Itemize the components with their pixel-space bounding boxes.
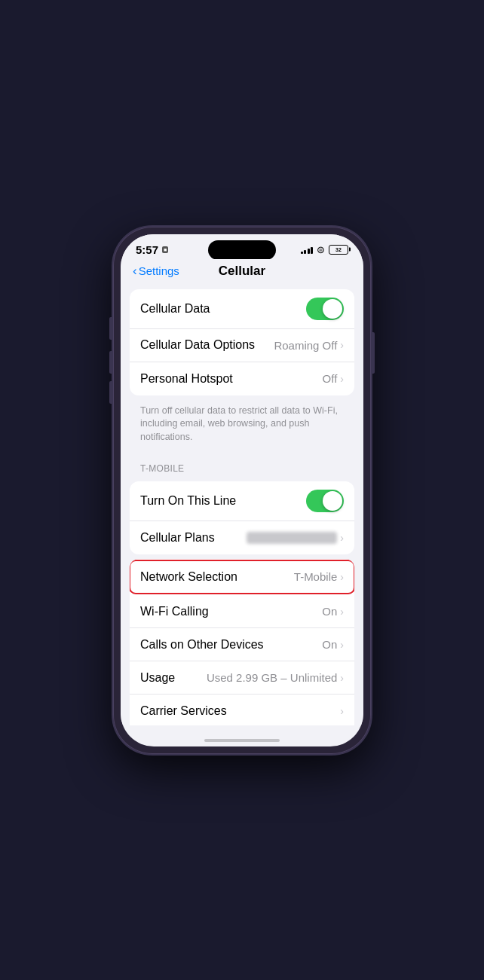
toggle-thumb-2 xyxy=(323,491,342,511)
calls-other-devices-value: On xyxy=(322,638,337,651)
phone-frame: 5:57 ■ ⊜ 32 ‹ Settings xyxy=(113,227,371,754)
personal-hotspot-value: Off xyxy=(323,372,338,385)
network-selection-row[interactable]: Network Selection T-Mobile › xyxy=(130,560,354,594)
cellular-data-options-row[interactable]: Cellular Data Options Roaming Off › xyxy=(130,329,354,362)
phone-screen: 5:57 ■ ⊜ 32 ‹ Settings xyxy=(121,234,363,746)
nav-bar: ‹ Settings Cellular xyxy=(121,259,363,285)
chevron-right-icon: › xyxy=(340,339,344,351)
cellular-data-footer: Turn off cellular data to restrict all d… xyxy=(121,400,363,450)
calls-other-devices-label: Calls on Other Devices xyxy=(140,638,264,652)
cellular-data-options-value: Roaming Off xyxy=(274,339,337,352)
status-icon: ■ xyxy=(162,246,168,253)
cellular-data-label: Cellular Data xyxy=(140,302,210,316)
wifi-icon: ⊜ xyxy=(317,244,325,255)
network-selection-right: T-Mobile › xyxy=(294,570,344,583)
signal-bar-1 xyxy=(301,252,303,254)
status-bar: 5:57 ■ ⊜ 32 xyxy=(121,234,363,259)
carrier-services-right: › xyxy=(340,705,344,717)
cellular-data-toggle[interactable] xyxy=(306,298,344,320)
chevron-right-icon: › xyxy=(340,606,344,618)
cellular-plans-right: › xyxy=(247,532,344,544)
calls-other-devices-right: On › xyxy=(322,638,344,651)
signal-bar-2 xyxy=(304,250,306,254)
settings-content: Cellular Data Cellular Data Options Roam… xyxy=(121,285,363,725)
signal-bar-4 xyxy=(311,247,313,254)
chevron-right-icon: › xyxy=(340,532,344,544)
turn-on-line-label: Turn On This Line xyxy=(140,494,236,508)
chevron-right-icon: › xyxy=(340,373,344,385)
cellular-data-group: Cellular Data Cellular Data Options Roam… xyxy=(130,289,354,395)
cellular-plans-row[interactable]: Cellular Plans › xyxy=(130,521,354,554)
usage-value: Used 2.99 GB – Unlimited xyxy=(207,671,337,684)
wifi-calling-row[interactable]: Wi-Fi Calling On › xyxy=(130,595,354,628)
network-selection-label: Network Selection xyxy=(140,570,237,584)
calls-other-devices-row[interactable]: Calls on Other Devices On › xyxy=(130,628,354,661)
usage-row[interactable]: Usage Used 2.99 GB – Unlimited › xyxy=(130,661,354,695)
toggle-thumb xyxy=(323,299,342,319)
back-button[interactable]: ‹ Settings xyxy=(133,264,179,277)
tmobile-group: Turn On This Line Cellular Plans › xyxy=(130,481,354,554)
tmobile-section-header: T-MOBILE xyxy=(121,450,363,477)
turn-on-line-row: Turn On This Line xyxy=(130,481,354,521)
cellular-data-row: Cellular Data xyxy=(130,289,354,329)
personal-hotspot-row[interactable]: Personal Hotspot Off › xyxy=(130,362,354,395)
wifi-calling-value: On xyxy=(322,605,337,618)
usage-label: Usage xyxy=(140,671,175,685)
chevron-right-icon: › xyxy=(340,672,344,684)
personal-hotspot-label: Personal Hotspot xyxy=(140,372,233,386)
network-selection-value: T-Mobile xyxy=(294,570,338,583)
chevron-right-icon: › xyxy=(340,705,344,717)
battery-icon: 32 xyxy=(329,245,348,255)
cellular-data-options-label: Cellular Data Options xyxy=(140,338,255,352)
chevron-right-icon: › xyxy=(340,571,344,583)
wifi-calling-label: Wi-Fi Calling xyxy=(140,605,209,618)
personal-hotspot-right: Off › xyxy=(323,372,344,385)
signal-bar-3 xyxy=(308,249,310,254)
back-label: Settings xyxy=(139,264,179,277)
turn-on-line-toggle[interactable] xyxy=(306,490,344,512)
page-title: Cellular xyxy=(219,264,265,279)
network-group: Network Selection T-Mobile › Wi-Fi Calli… xyxy=(130,559,354,725)
usage-right: Used 2.99 GB – Unlimited › xyxy=(207,671,344,684)
status-icons: ⊜ 32 xyxy=(301,244,349,255)
cellular-data-options-right: Roaming Off › xyxy=(274,339,344,352)
home-indicator xyxy=(204,739,280,742)
carrier-services-label: Carrier Services xyxy=(140,704,227,718)
carrier-services-row[interactable]: Carrier Services › xyxy=(130,695,354,725)
cellular-plans-blurred xyxy=(247,532,337,544)
signal-bars-icon xyxy=(301,245,314,254)
dynamic-island xyxy=(208,240,276,260)
status-time: 5:57 xyxy=(136,243,158,256)
cellular-plans-label: Cellular Plans xyxy=(140,531,215,545)
wifi-calling-right: On › xyxy=(322,605,344,618)
back-chevron-icon: ‹ xyxy=(133,264,137,277)
chevron-right-icon: › xyxy=(340,639,344,651)
